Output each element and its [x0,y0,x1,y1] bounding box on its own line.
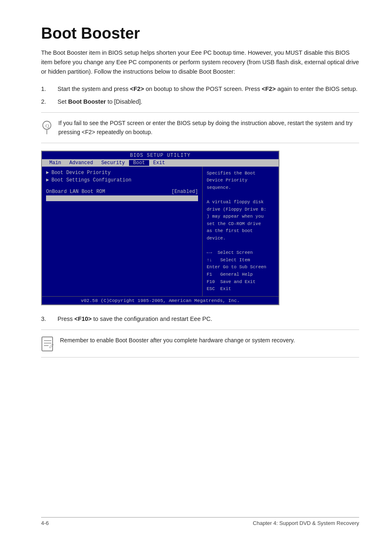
bios-label-boot-device: Boot Device Priority [51,170,111,176]
svg-text:Q: Q [45,123,49,129]
bios-menu-security: Security [97,160,129,166]
note-box: Q If you fail to see the POST screen or … [41,112,359,143]
step-2-text: Set Boot Booster to [Disabled]. [58,97,359,107]
bios-row-boot-settings: ► Boot Settings Configuration [46,177,198,183]
step-1-num: 1. [41,84,51,94]
memo-icon [41,337,54,351]
svg-rect-3 [42,337,53,351]
bios-booster-label: Boot Booster [46,195,81,201]
bios-menu-exit: Exit [149,160,169,166]
bios-label-boot-settings: Boot Settings Configuration [51,177,131,183]
bios-help-text: Specifies the Boot Device Priority seque… [207,170,274,293]
bios-menu-boot: Boot [129,160,149,166]
bios-menu-bar: Main Advanced Security Boot Exit [42,159,279,167]
bios-booster-value: [Disabled] [168,195,198,201]
step-2: 2. Set Boot Booster to [Disabled]. [41,97,359,107]
bios-footer: v02.58 (C)Copyright 1985-2005, American … [42,296,279,304]
step3-list: 3. Press <F10> to save the configuration… [41,314,359,324]
page-title: Boot Booster [41,25,359,42]
memo-box: Remember to enable Boot Booster after yo… [41,330,359,358]
bios-row-boot-device: ► Boot Device Priority [46,170,198,176]
bios-row-booster: Boot Booster [Disabled] [46,195,198,201]
memo-text: Remember to enable Boot Booster after yo… [60,336,295,345]
page-footer: 4-6 Chapter 4: Support DVD & System Reco… [41,517,359,526]
bios-right-panel: Specifies the Boot Device Priority seque… [203,167,279,296]
footer-page-num: 4-6 [41,520,49,526]
bios-arrow-1: ► [46,170,49,176]
bios-menu-advanced: Advanced [65,160,97,166]
bios-title-bar: BIOS SETUP UTILITY [42,151,279,159]
bios-lan-value: [Enabled] [171,189,198,195]
step-1-text: Start the system and press <F2> on bootu… [58,84,359,94]
step-1: 1. Start the system and press <F2> on bo… [41,84,359,94]
bios-row-lan: OnBoard LAN Boot ROM [Enabled] [46,189,198,195]
bios-screenshot: BIOS SETUP UTILITY Main Advanced Securit… [41,151,279,305]
steps-list: 1. Start the system and press <F2> on bo… [41,84,359,107]
step-3-num: 3. [41,314,51,324]
step-3: 3. Press <F10> to save the configuration… [41,314,359,324]
bios-menu-main: Main [45,160,65,166]
bios-body: ► Boot Device Priority ► Boot Settings C… [42,167,279,296]
footer-chapter: Chapter 4: Support DVD & System Recovery [253,520,359,526]
bios-arrow-2: ► [46,177,49,183]
bios-lan-label: OnBoard LAN Boot ROM [46,189,105,195]
step-2-num: 2. [41,97,51,107]
bios-left-panel: ► Boot Device Priority ► Boot Settings C… [42,167,203,296]
step-3-text: Press <F10> to save the configuration an… [58,314,359,324]
bios-spacer [46,185,198,189]
note-icon: Q [41,119,53,135]
note-text: If you fail to see the POST screen or en… [58,118,353,137]
intro-text: The Boot Booster item in BIOS setup help… [41,48,359,77]
